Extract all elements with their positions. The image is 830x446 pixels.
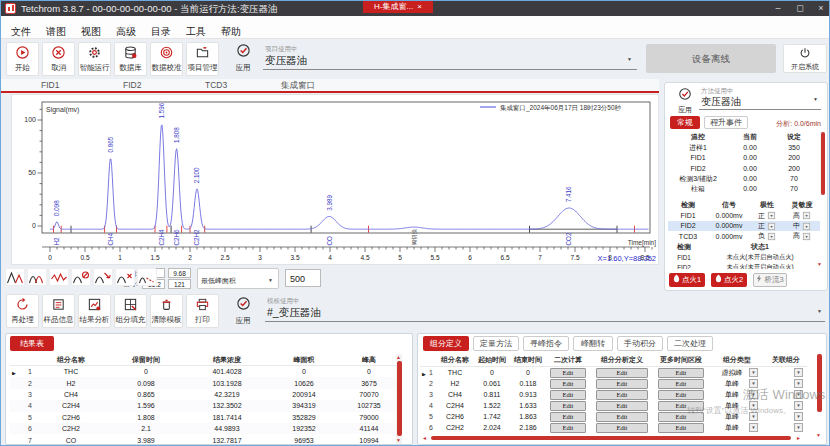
database-button[interactable]: 数据库 (114, 42, 147, 76)
definition-hscroll-thumb[interactable] (431, 436, 791, 440)
chevron-down-icon[interactable]: ▼ (813, 96, 818, 102)
table-row[interactable]: 4C2H41.596132.3502394319102735 (10, 400, 398, 411)
chevron-down-icon[interactable]: ▼ (768, 212, 775, 219)
data-calibration-button[interactable]: 数据校准 (150, 42, 183, 76)
baseline-noise-button[interactable] (49, 268, 69, 286)
chevron-down-icon[interactable]: ▼ (749, 368, 758, 377)
device-offline-button[interactable]: 设备离线 (646, 44, 776, 73)
scroll-down-icon[interactable]: ▼ (396, 437, 401, 443)
reprocess-button[interactable]: 再处理 (6, 294, 39, 328)
signal-to-input[interactable]: 121 (168, 279, 191, 289)
chevron-down-icon[interactable]: ▼ (794, 412, 803, 421)
definition-tab-3[interactable]: 寻峰指令 (523, 336, 569, 351)
definition-tab-2[interactable]: 定量方法 (473, 336, 519, 351)
close-tab-icon[interactable]: × (417, 2, 422, 11)
ignite1-button[interactable]: 点火1 (669, 273, 705, 287)
edit-button[interactable]: Edit (596, 412, 648, 422)
result-analysis-button[interactable]: 结果分析 (78, 294, 111, 328)
table-row[interactable]: TCD30.000mv负▼高▼ (668, 231, 820, 241)
chevron-down-icon[interactable]: ▼ (817, 308, 822, 314)
edit-button[interactable]: Edit (550, 390, 586, 400)
chevron-down-icon[interactable]: ▼ (749, 423, 758, 432)
edit-button[interactable]: Edit (658, 390, 704, 400)
menu-item[interactable]: 谱图 (46, 25, 66, 39)
chevron-down-icon[interactable]: ▼ (768, 222, 775, 229)
table-row[interactable]: 1▶THC00EditEditEdit虚拟峰▼▼ (420, 367, 807, 378)
chevron-down-icon[interactable]: ▼ (803, 233, 810, 240)
table-row[interactable]: 6C2H22.0242.186EditEditEdit单峰▼▼ (420, 422, 807, 433)
edit-button[interactable]: Edit (550, 368, 586, 378)
chart-tab[interactable]: FID1 (41, 80, 59, 90)
peak-move-button[interactable] (93, 268, 113, 286)
edit-button[interactable]: Edit (658, 368, 704, 378)
clear-template-button[interactable]: 清除模板 (150, 294, 183, 328)
table-row[interactable]: 5C2H61.808181.741435282979000 (10, 412, 398, 423)
scroll-up-icon[interactable]: ▲ (396, 354, 401, 360)
menu-item[interactable]: 目录 (151, 25, 171, 39)
chart-tab-active[interactable]: H-集成窗...× (363, 1, 433, 13)
scroll-left-icon[interactable]: ◄ (422, 435, 427, 441)
power-on-button[interactable]: 开启系统 (783, 44, 827, 73)
tab-general[interactable]: 常规 (670, 116, 700, 129)
chevron-down-icon[interactable]: ▼ (794, 423, 803, 432)
peak-remove-button[interactable] (115, 268, 135, 286)
definition-tab-5[interactable]: 手动积分 (617, 336, 663, 351)
menu-item[interactable]: 文件 (11, 25, 31, 39)
table-row[interactable]: FID2未点火(未开启自动点火) (668, 263, 822, 269)
cancel-button[interactable]: 取消 (42, 42, 75, 76)
temperature-vscrollbar[interactable] (820, 132, 825, 195)
tab-program-events[interactable]: 程升事件 (704, 116, 748, 129)
table-row[interactable]: 3CH40.86542.321920091470070 (10, 389, 398, 400)
chevron-down-icon[interactable]: ▼ (768, 233, 775, 240)
edit-button[interactable]: Edit (550, 412, 586, 422)
sample-info-button[interactable]: 样品信息 (42, 294, 75, 328)
edit-button[interactable]: Edit (596, 379, 648, 389)
definition-hscrollbar[interactable]: ◄ ► (422, 434, 810, 442)
edit-button[interactable]: Edit (596, 390, 648, 400)
edit-button[interactable]: Edit (550, 423, 586, 433)
peak-tail-button[interactable] (137, 268, 157, 286)
peak-delete-button[interactable] (71, 268, 91, 286)
component-fill-button[interactable]: 组分填充 (114, 294, 147, 328)
definition-tab-1[interactable]: 组分定义 (423, 336, 469, 351)
edit-button[interactable]: Edit (658, 423, 704, 433)
chart-tab[interactable]: TCD3 (205, 80, 227, 90)
apply-template-button[interactable]: 应用 (229, 296, 257, 326)
edit-button[interactable]: Edit (596, 368, 648, 378)
scroll-down-icon[interactable]: ▼ (816, 432, 821, 438)
menu-item[interactable]: 高级 (116, 25, 136, 39)
definition-tab-4[interactable]: 峰翻转 (573, 336, 613, 351)
table-row[interactable]: 进样10.00350 (668, 143, 816, 153)
edit-button[interactable]: Edit (550, 379, 586, 389)
time-to-input[interactable]: 9.68 (168, 268, 191, 278)
results-vscrollbar[interactable]: ▲ ▼ (396, 354, 402, 444)
definition-tab-6[interactable]: 二次处理 (667, 336, 713, 351)
table-row[interactable]: 检测3/辅助20.0070 (668, 173, 816, 183)
apply-project-button[interactable]: 应用 (229, 43, 257, 73)
project-management-button[interactable]: 项目管理 (186, 42, 219, 76)
table-row[interactable]: 柱箱0.0070 (668, 184, 816, 194)
chevron-down-icon[interactable]: ▼ (268, 277, 273, 283)
edit-button[interactable]: Edit (596, 423, 648, 433)
chromatogram-plot[interactable]: 05010000.511.522.533.544.555.566.577.588… (12, 95, 658, 264)
menu-item[interactable]: 帮助 (221, 25, 241, 39)
menu-item[interactable]: 工具 (186, 25, 206, 39)
ignite2-button[interactable]: 点火2 (711, 273, 747, 287)
chevron-down-icon[interactable]: ▼ (803, 222, 810, 229)
peak-merge-button[interactable] (27, 268, 47, 286)
edit-button[interactable]: Edit (658, 379, 704, 389)
table-row[interactable]: FID1未点火(未开启自动点火) (668, 253, 822, 263)
table-row[interactable]: FID10.00200 (668, 153, 816, 163)
chevron-down-icon[interactable]: ▼ (803, 212, 810, 219)
start-button[interactable]: 开始 (6, 42, 39, 76)
table-row[interactable]: 2H20.098103.1928106263675 (10, 377, 398, 388)
smart-run-button[interactable]: 智能运行 (78, 42, 111, 76)
results-vscroll-thumb[interactable] (397, 361, 402, 436)
edit-button[interactable]: Edit (550, 401, 586, 411)
min-peak-area-input[interactable]: 500 (285, 269, 321, 287)
minimize-button[interactable]: – (769, 1, 787, 16)
print-button[interactable]: 打印 (186, 294, 219, 328)
peak-split-button[interactable] (5, 268, 25, 286)
chart-tab[interactable]: FID2 (123, 80, 141, 90)
scroll-right-icon[interactable]: ► (796, 435, 801, 441)
